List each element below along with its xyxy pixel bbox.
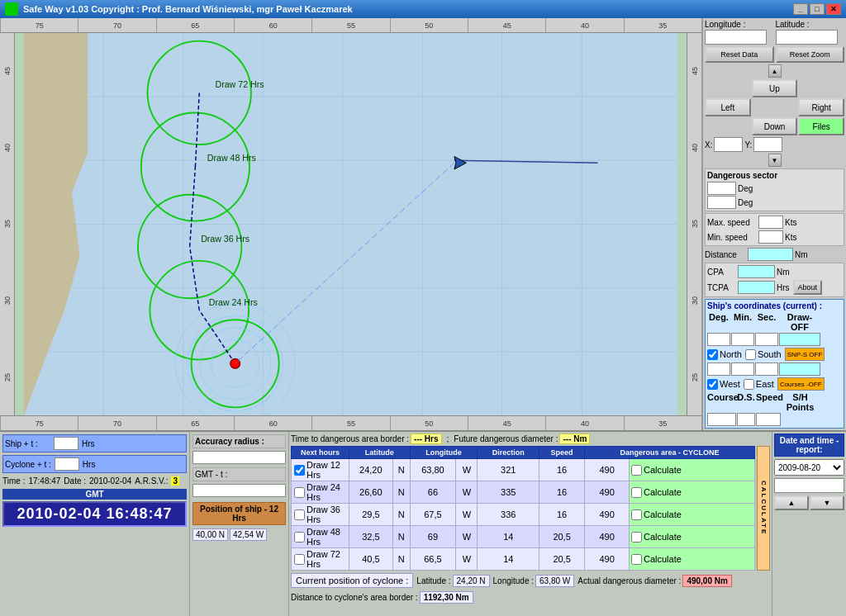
gmt-t-input[interactable]: [192, 484, 286, 497]
ds-input[interactable]: NO: [737, 413, 755, 426]
cyclone-t-hrs: Hrs: [83, 460, 96, 469]
ship-t-hrs: Hrs: [82, 439, 95, 448]
calc-checkbox-0[interactable]: [631, 465, 642, 476]
accuracy-input[interactable]: 0,00 Hrs: [192, 451, 286, 464]
col-longitude: Longitude: [410, 447, 478, 459]
row-checkbox-2[interactable]: [294, 509, 305, 520]
speed-section: Max. speed --- Kts Min. speed --- Kts: [705, 213, 844, 246]
calc-checkbox-1[interactable]: [631, 487, 642, 498]
south-checkbox[interactable]: [745, 349, 756, 360]
ship-sec1-input[interactable]: 0: [755, 333, 778, 346]
ships-coords-header: Ship's coordinates (current) :: [707, 301, 842, 310]
pos-lat-val: 24,20 N: [453, 575, 490, 587]
calc-checkbox-3[interactable]: [631, 532, 642, 543]
row-checkbox-3[interactable]: [294, 532, 305, 543]
y-input[interactable]: 5: [753, 137, 782, 152]
date-label: Date :: [64, 476, 86, 486]
row-speed-0: 16: [539, 459, 585, 481]
row-label-2: Draw 36 Hrs: [307, 505, 346, 524]
ship-min1-input[interactable]: 0: [731, 333, 754, 346]
scroll-up-arrow[interactable]: ▲: [768, 64, 782, 78]
nav-left-button[interactable]: Left: [705, 98, 751, 116]
snp-s-off-button[interactable]: SNP-S OFF: [785, 348, 825, 361]
dangerous-sector-deg2-input[interactable]: 0: [707, 196, 736, 209]
tcpa-input[interactable]: 90,3: [738, 281, 775, 294]
max-speed-input[interactable]: ---: [758, 216, 783, 229]
arsv-value: 3: [171, 476, 179, 486]
cpa-input[interactable]: 655,6: [738, 265, 775, 278]
ships-coords-section: Ship's coordinates (current) : Deg. Min.…: [705, 299, 844, 429]
maximize-button[interactable]: □: [810, 3, 825, 15]
minimize-button[interactable]: _: [793, 3, 808, 15]
about-button[interactable]: About: [793, 280, 823, 295]
ship-t-input[interactable]: 0: [54, 437, 78, 450]
time-to-danger-value: --- Hrs: [411, 434, 441, 444]
x-input[interactable]: 5: [714, 137, 743, 152]
time-value: 17:48:47: [28, 476, 60, 486]
col-speed: Speed: [539, 447, 585, 459]
longitude-input[interactable]: 41,52 W: [705, 30, 767, 45]
time-down-button[interactable]: ▼: [810, 495, 844, 510]
right-cyclone-btns: Date and time - report: 2009-08-20 12:00…: [772, 432, 846, 616]
distance-input[interactable]: 1437,3: [748, 248, 793, 261]
speed-col-label: Speed: [756, 392, 781, 412]
kts2-label: Kts: [785, 233, 796, 242]
nav-up-button[interactable]: Up: [752, 79, 798, 97]
nav-right-button[interactable]: Right: [798, 98, 844, 116]
calc-label-2: Calculate: [644, 509, 682, 519]
svg-text:Draw 24 Hrs: Draw 24 Hrs: [209, 297, 258, 307]
table-row: Draw 72 Hrs 40,5 N 66,5 W 14 20,5 490 Ca…: [292, 548, 755, 571]
reset-data-button[interactable]: Reset Data: [705, 46, 774, 63]
app-icon: [5, 2, 18, 16]
actual-danger-label: Actual dangerous diameter :: [577, 576, 681, 585]
ship-deg2-input[interactable]: 39: [707, 362, 730, 376]
row-checkbox-1[interactable]: [294, 487, 305, 498]
row-danger-0: 490: [585, 459, 630, 481]
row-lat-ns-0: N: [392, 459, 410, 481]
calc-checkbox-4[interactable]: [631, 554, 642, 565]
cyclone-t-input[interactable]: 0: [55, 457, 79, 471]
table-row: Draw 24 Hrs 26,60 N 66 W 335 16 490 Calc…: [292, 481, 755, 504]
north-checkbox[interactable]: [707, 349, 718, 360]
calc-label-4: Calculate: [644, 554, 682, 564]
longitude-label: Longitude :: [705, 20, 754, 29]
map-content[interactable]: Draw 72 Hrs Draw 48 Hrs Draw 36 Hrs Draw…: [15, 33, 687, 415]
report-date-select[interactable]: 2009-08-20: [774, 459, 844, 476]
course-input[interactable]: 270: [707, 413, 736, 426]
reset-zoom-button[interactable]: Reset Zoom: [776, 46, 845, 63]
row-checkbox-4[interactable]: [294, 554, 305, 565]
min-speed-input[interactable]: ---: [758, 230, 783, 244]
courses-off-button[interactable]: Courses -OFF: [777, 377, 825, 391]
scroll-down-arrow[interactable]: ▼: [768, 154, 782, 167]
dangerous-sector-deg1-input[interactable]: 0: [707, 182, 736, 195]
row-label-4: Draw 72 Hrs: [307, 549, 346, 569]
calc-checkbox-2[interactable]: [631, 509, 642, 520]
calc-label-0: Calculate: [644, 465, 682, 475]
future-diameter-value: --- Nm: [559, 434, 590, 444]
speed-course-input[interactable]: 13: [756, 413, 781, 426]
map-scale-top: 75 70 65 60 55 50 45 40 35: [0, 18, 701, 33]
files-button[interactable]: Files: [798, 117, 844, 135]
app-title: Safe Way v1.03 Copyright : Prof. Bernard…: [23, 4, 793, 14]
row-lon-3: 69: [410, 526, 456, 548]
table-wrapper: Next hours Latitude Longitude Direction …: [291, 446, 770, 571]
nav-down-button[interactable]: Down: [752, 117, 798, 135]
east-checkbox[interactable]: [744, 379, 754, 390]
ship-result1-input[interactable]: 40,00: [779, 333, 820, 346]
kts1-label: Kts: [785, 218, 796, 227]
report-time-input[interactable]: 12:00:00: [774, 478, 844, 493]
time-up-button[interactable]: ▲: [774, 495, 809, 510]
close-button[interactable]: ✕: [826, 3, 841, 15]
time-label: Time :: [2, 476, 25, 486]
west-checkbox[interactable]: [707, 379, 718, 390]
ship-deg1-input[interactable]: 40: [707, 333, 730, 346]
ship-min2-input[interactable]: 9,0: [731, 362, 754, 376]
deg1-label: Deg: [738, 184, 753, 193]
right-panel: Longitude : 41,52 W Latitude : 24,56 N R…: [701, 18, 846, 430]
latitude-input[interactable]: 24,56 N: [776, 30, 838, 45]
ship-sec2-input[interactable]: 0,0: [755, 362, 778, 376]
ship-result2-input[interactable]: 39,15: [779, 362, 820, 376]
pos-lon-val: 63,80 W: [535, 575, 574, 587]
row-checkbox-0[interactable]: [294, 465, 305, 476]
row-lat-ns-2: N: [392, 504, 410, 526]
